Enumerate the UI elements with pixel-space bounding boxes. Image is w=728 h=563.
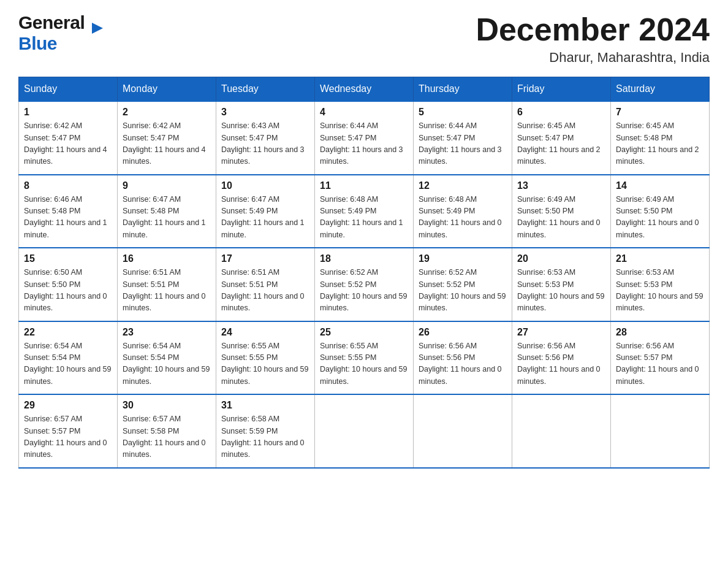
calendar-cell: 16Sunrise: 6:51 AMSunset: 5:51 PMDayligh… [118,248,216,321]
month-title: December 2024 [476,12,710,47]
location-subtitle: Dharur, Maharashtra, India [476,50,710,66]
calendar-cell: 29Sunrise: 6:57 AMSunset: 5:57 PMDayligh… [19,394,118,468]
day-number: 2 [123,107,211,118]
header-day-wednesday: Wednesday [315,77,414,102]
day-number: 1 [24,107,112,118]
day-info: Sunrise: 6:44 AMSunset: 5:47 PMDaylight:… [320,120,408,168]
day-info: Sunrise: 6:52 AMSunset: 5:52 PMDaylight:… [320,267,408,315]
calendar-cell: 27Sunrise: 6:56 AMSunset: 5:56 PMDayligh… [512,321,611,395]
logo-general-text: General [18,12,85,33]
day-number: 21 [616,253,704,264]
day-info: Sunrise: 6:47 AMSunset: 5:48 PMDaylight:… [123,194,211,242]
day-number: 28 [616,327,704,338]
calendar-cell: 22Sunrise: 6:54 AMSunset: 5:54 PMDayligh… [19,321,118,395]
header-day-tuesday: Tuesday [216,77,315,102]
day-number: 20 [517,253,605,264]
week-row-1: 1Sunrise: 6:42 AMSunset: 5:47 PMDaylight… [19,101,710,175]
day-info: Sunrise: 6:52 AMSunset: 5:52 PMDaylight:… [419,267,507,315]
calendar-cell: 20Sunrise: 6:53 AMSunset: 5:53 PMDayligh… [512,248,611,321]
calendar-cell: 18Sunrise: 6:52 AMSunset: 5:52 PMDayligh… [315,248,414,321]
calendar-cell: 13Sunrise: 6:49 AMSunset: 5:50 PMDayligh… [512,175,611,248]
calendar-cell [611,394,710,468]
day-info: Sunrise: 6:53 AMSunset: 5:53 PMDaylight:… [616,267,704,315]
header-day-friday: Friday [512,77,611,102]
page-header: General Blue December 2024 Dharur, Mahar… [18,12,710,66]
calendar-cell: 11Sunrise: 6:48 AMSunset: 5:49 PMDayligh… [315,175,414,248]
day-info: Sunrise: 6:42 AMSunset: 5:47 PMDaylight:… [24,120,112,168]
calendar-cell: 21Sunrise: 6:53 AMSunset: 5:53 PMDayligh… [611,248,710,321]
day-number: 25 [320,327,408,338]
day-info: Sunrise: 6:57 AMSunset: 5:57 PMDaylight:… [24,413,112,461]
day-info: Sunrise: 6:48 AMSunset: 5:49 PMDaylight:… [419,194,507,242]
day-number: 13 [517,180,605,191]
calendar-cell: 26Sunrise: 6:56 AMSunset: 5:56 PMDayligh… [414,321,512,395]
day-number: 17 [221,253,309,264]
day-info: Sunrise: 6:44 AMSunset: 5:47 PMDaylight:… [419,120,507,168]
logo: General Blue [18,12,92,54]
day-number: 6 [517,107,605,118]
calendar-cell: 6Sunrise: 6:45 AMSunset: 5:47 PMDaylight… [512,101,611,175]
day-number: 4 [320,107,408,118]
calendar-cell [512,394,611,468]
day-number: 30 [123,400,211,411]
day-info: Sunrise: 6:51 AMSunset: 5:51 PMDaylight:… [221,267,309,315]
calendar-cell: 19Sunrise: 6:52 AMSunset: 5:52 PMDayligh… [414,248,512,321]
day-number: 3 [221,107,309,118]
day-number: 29 [24,400,112,411]
day-number: 11 [320,180,408,191]
calendar-header-row: SundayMondayTuesdayWednesdayThursdayFrid… [19,77,710,102]
title-section: December 2024 Dharur, Maharashtra, India [476,12,710,66]
day-info: Sunrise: 6:46 AMSunset: 5:48 PMDaylight:… [24,194,112,242]
day-info: Sunrise: 6:57 AMSunset: 5:58 PMDaylight:… [123,413,211,461]
calendar-cell: 5Sunrise: 6:44 AMSunset: 5:47 PMDaylight… [414,101,512,175]
calendar-cell [414,394,512,468]
header-day-sunday: Sunday [19,77,118,102]
calendar-cell: 15Sunrise: 6:50 AMSunset: 5:50 PMDayligh… [19,248,118,321]
day-info: Sunrise: 6:49 AMSunset: 5:50 PMDaylight:… [517,194,605,242]
day-info: Sunrise: 6:51 AMSunset: 5:51 PMDaylight:… [123,267,211,315]
header-day-thursday: Thursday [414,77,512,102]
calendar-cell: 12Sunrise: 6:48 AMSunset: 5:49 PMDayligh… [414,175,512,248]
calendar-cell: 17Sunrise: 6:51 AMSunset: 5:51 PMDayligh… [216,248,315,321]
header-day-monday: Monday [118,77,216,102]
day-number: 7 [616,107,704,118]
calendar-cell: 2Sunrise: 6:42 AMSunset: 5:47 PMDaylight… [118,101,216,175]
calendar-cell [315,394,414,468]
day-number: 27 [517,327,605,338]
day-number: 14 [616,180,704,191]
day-number: 31 [221,400,309,411]
header-day-saturday: Saturday [611,77,710,102]
calendar-cell: 8Sunrise: 6:46 AMSunset: 5:48 PMDaylight… [19,175,118,248]
day-number: 9 [123,180,211,191]
calendar-cell: 24Sunrise: 6:55 AMSunset: 5:55 PMDayligh… [216,321,315,395]
day-info: Sunrise: 6:55 AMSunset: 5:55 PMDaylight:… [320,340,408,388]
svg-marker-0 [92,23,103,34]
day-info: Sunrise: 6:42 AMSunset: 5:47 PMDaylight:… [123,120,211,168]
day-number: 8 [24,180,112,191]
day-info: Sunrise: 6:48 AMSunset: 5:49 PMDaylight:… [320,194,408,242]
day-info: Sunrise: 6:56 AMSunset: 5:56 PMDaylight:… [419,340,507,388]
day-number: 12 [419,180,507,191]
day-number: 26 [419,327,507,338]
calendar-cell: 31Sunrise: 6:58 AMSunset: 5:59 PMDayligh… [216,394,315,468]
day-info: Sunrise: 6:47 AMSunset: 5:49 PMDaylight:… [221,194,309,242]
day-info: Sunrise: 6:49 AMSunset: 5:50 PMDaylight:… [616,194,704,242]
calendar-cell: 14Sunrise: 6:49 AMSunset: 5:50 PMDayligh… [611,175,710,248]
day-number: 10 [221,180,309,191]
day-number: 15 [24,253,112,264]
day-info: Sunrise: 6:58 AMSunset: 5:59 PMDaylight:… [221,413,309,461]
day-info: Sunrise: 6:50 AMSunset: 5:50 PMDaylight:… [24,267,112,315]
day-number: 16 [123,253,211,264]
calendar-cell: 4Sunrise: 6:44 AMSunset: 5:47 PMDaylight… [315,101,414,175]
day-info: Sunrise: 6:56 AMSunset: 5:57 PMDaylight:… [616,340,704,388]
day-info: Sunrise: 6:55 AMSunset: 5:55 PMDaylight:… [221,340,309,388]
calendar-cell: 7Sunrise: 6:45 AMSunset: 5:48 PMDaylight… [611,101,710,175]
day-number: 18 [320,253,408,264]
logo-blue-text: Blue [18,33,57,53]
day-info: Sunrise: 6:43 AMSunset: 5:47 PMDaylight:… [221,120,309,168]
day-info: Sunrise: 6:45 AMSunset: 5:48 PMDaylight:… [616,120,704,168]
calendar-cell: 9Sunrise: 6:47 AMSunset: 5:48 PMDaylight… [118,175,216,248]
week-row-5: 29Sunrise: 6:57 AMSunset: 5:57 PMDayligh… [19,394,710,468]
day-number: 19 [419,253,507,264]
day-number: 22 [24,327,112,338]
